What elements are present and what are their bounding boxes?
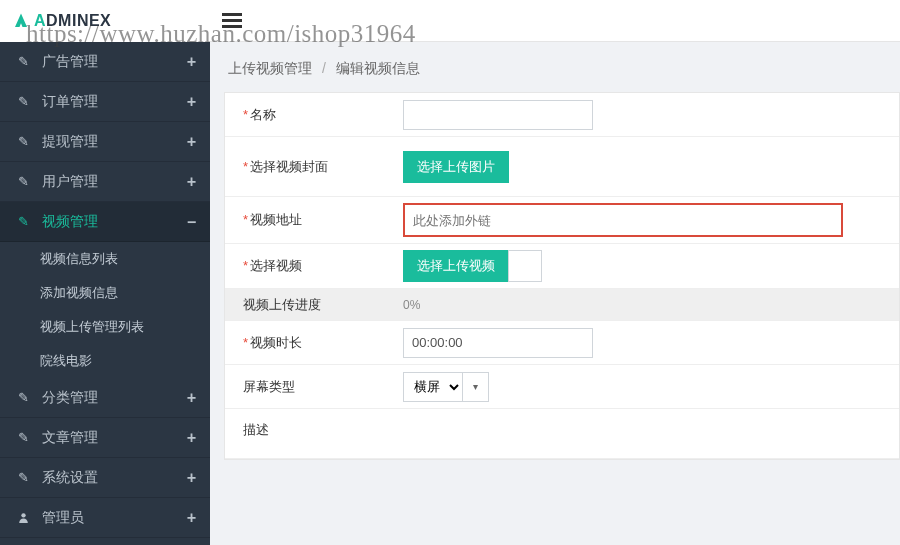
row-screen: 屏幕类型 横屏 ▾	[225, 365, 899, 409]
svg-point-0	[21, 513, 25, 517]
name-input[interactable]	[403, 100, 593, 130]
nav-item-orders[interactable]: ✎ 订单管理 +	[0, 82, 210, 122]
expand-icon: +	[187, 389, 196, 407]
breadcrumb: 上传视频管理 / 编辑视频信息	[224, 52, 900, 92]
chevron-down-icon: ▾	[463, 372, 489, 402]
expand-icon: +	[187, 469, 196, 487]
label-desc: 描述	[225, 421, 395, 439]
main-content: 上传视频管理 / 编辑视频信息 *名称 *选择视频封面 选择上传图片 *视频地址…	[210, 42, 900, 545]
sidebar: ADMINEX ✎ 广告管理 + ✎ 订单管理 + ✎ 提现管理 + ✎ 用户管…	[0, 0, 210, 545]
nav-item-settings[interactable]: ✎ 系统设置 +	[0, 458, 210, 498]
subnav-video-upload[interactable]: 视频上传管理列表	[0, 310, 210, 344]
expand-icon: +	[187, 53, 196, 71]
row-desc: 描述	[225, 409, 899, 459]
row-cover: *选择视频封面 选择上传图片	[225, 137, 899, 197]
row-url: *视频地址	[225, 197, 899, 244]
subnav-video-list[interactable]: 视频信息列表	[0, 242, 210, 276]
nav-item-banner[interactable]: Banner管理 +	[0, 538, 210, 545]
row-duration: *视频时长	[225, 321, 899, 365]
upload-video-button[interactable]: 选择上传视频	[403, 250, 509, 282]
label-name: *名称	[225, 106, 395, 124]
breadcrumb-parent[interactable]: 上传视频管理	[228, 60, 312, 76]
screen-type-select[interactable]: 横屏 ▾	[403, 372, 489, 402]
screen-select-control[interactable]: 横屏	[403, 372, 463, 402]
label-progress: 视频上传进度	[225, 296, 395, 314]
row-video: *选择视频 选择上传视频	[225, 244, 899, 289]
row-progress: 视频上传进度 0%	[225, 289, 899, 321]
label-duration: *视频时长	[225, 334, 395, 352]
video-url-input[interactable]	[403, 203, 843, 237]
edit-icon: ✎	[14, 94, 32, 109]
nav-item-category[interactable]: ✎ 分类管理 +	[0, 378, 210, 418]
expand-icon: +	[187, 93, 196, 111]
edit-icon: ✎	[14, 470, 32, 485]
edit-icon: ✎	[14, 390, 32, 405]
brand-logo: ADMINEX	[0, 0, 210, 42]
edit-icon: ✎	[14, 214, 32, 229]
label-url: *视频地址	[225, 211, 395, 229]
label-video: *选择视频	[225, 257, 395, 275]
nav-item-article[interactable]: ✎ 文章管理 +	[0, 418, 210, 458]
nav-item-users[interactable]: ✎ 用户管理 +	[0, 162, 210, 202]
label-screen: 屏幕类型	[225, 378, 395, 396]
subnav-video-add[interactable]: 添加视频信息	[0, 276, 210, 310]
subnav-cinema[interactable]: 院线电影	[0, 344, 210, 378]
edit-icon: ✎	[14, 54, 32, 69]
breadcrumb-separator: /	[322, 60, 326, 76]
progress-value: 0%	[403, 298, 420, 312]
menu-toggle-icon[interactable]	[222, 10, 242, 31]
upload-video-extra-button[interactable]	[508, 250, 542, 282]
nav-item-video[interactable]: ✎ 视频管理 −	[0, 202, 210, 242]
user-icon	[14, 511, 32, 524]
expand-icon: +	[187, 133, 196, 151]
brand-text: ADMINEX	[34, 12, 111, 30]
logo-icon	[12, 12, 30, 30]
form-panel: *名称 *选择视频封面 选择上传图片 *视频地址 *选择视频 选择上传视频 视频…	[224, 92, 900, 460]
nav-item-withdraw[interactable]: ✎ 提现管理 +	[0, 122, 210, 162]
expand-icon: +	[187, 173, 196, 191]
edit-icon: ✎	[14, 430, 32, 445]
upload-cover-button[interactable]: 选择上传图片	[403, 151, 509, 183]
collapse-icon: −	[187, 213, 196, 231]
breadcrumb-current: 编辑视频信息	[336, 60, 420, 76]
expand-icon: +	[187, 509, 196, 527]
edit-icon: ✎	[14, 174, 32, 189]
expand-icon: +	[187, 429, 196, 447]
edit-icon: ✎	[14, 134, 32, 149]
nav-item-admin[interactable]: 管理员 +	[0, 498, 210, 538]
row-name: *名称	[225, 93, 899, 137]
label-cover: *选择视频封面	[225, 158, 395, 176]
nav-item-ads[interactable]: ✎ 广告管理 +	[0, 42, 210, 82]
duration-input[interactable]	[403, 328, 593, 358]
top-header	[210, 0, 900, 42]
